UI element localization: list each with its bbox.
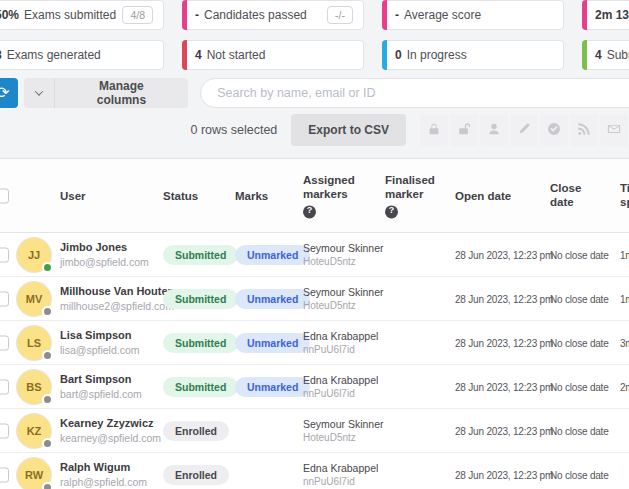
- user-icon: [487, 122, 501, 139]
- lock-action-button[interactable]: [420, 114, 448, 146]
- assigned-markers-cell: Edna KrabappelnnPuU6l7id: [303, 460, 378, 489]
- user-action-button[interactable]: [480, 114, 508, 146]
- lock-icon: [427, 122, 441, 139]
- search-input[interactable]: [200, 78, 629, 108]
- user-cell: Ralph Wigumralph@spfield.com: [60, 459, 147, 489]
- close-date-cell: No close date: [550, 293, 609, 304]
- row-checkbox[interactable]: [0, 423, 9, 438]
- stat-card: 2m 13s: [582, 0, 629, 30]
- user-cell: Bart Simpsonbart@spfield.com: [60, 371, 142, 401]
- stat-value: 4: [595, 48, 602, 62]
- user-cell: Jimbo Jonesjimbo@spfield.com: [60, 239, 149, 269]
- status-badge: Submitted: [163, 245, 238, 265]
- column-header-label: Assigned markers: [303, 173, 367, 203]
- assigned-markers-cell: Edna KrabappelnnPuU6l7id: [303, 372, 378, 401]
- assigned-markers-cell: Seymour SkinnerHoteuD5ntz: [303, 240, 384, 269]
- unlock-action-button[interactable]: [450, 114, 478, 146]
- user-cell: Kearney Zzyzwiczkearney@spfield.com: [60, 415, 161, 445]
- assigned-markers-cell: Seymour SkinnerHoteuD5ntz: [303, 284, 384, 313]
- avatar: RW: [16, 457, 52, 489]
- table-row[interactable]: LSLisa Simpsonlisa@spfield.comSubmittedU…: [0, 321, 629, 365]
- table-row[interactable]: KZKearney Zzyzwiczkearney@spfield.comEnr…: [0, 409, 629, 453]
- bulk-actions-bar: 0 rows selected Export to CSV: [0, 113, 629, 147]
- stat-card: 8Exams generated: [0, 40, 164, 70]
- stat-value: 0: [395, 48, 402, 62]
- row-checkbox[interactable]: [0, 467, 9, 482]
- stat-color-bar: [382, 40, 387, 70]
- table-header-row: UserStatusMarksAssigned markers?Finalise…: [0, 159, 629, 233]
- open-date-cell: 28 Jun 2023, 12:23 pm: [455, 337, 553, 348]
- manage-columns-button[interactable]: Manage columns: [55, 78, 188, 108]
- column-header-time: Time spent: [620, 181, 629, 211]
- user-email: kearney@spfield.com: [60, 431, 161, 446]
- stat-card: 4Submitted: [582, 40, 629, 70]
- offline-status-dot: [42, 482, 53, 489]
- table-row[interactable]: RWRalph Wigumralph@spfield.comEnrolledEd…: [0, 453, 629, 489]
- column-header-status: Status: [163, 188, 198, 203]
- help-icon[interactable]: ?: [385, 205, 398, 218]
- stat-card: -Average score: [382, 0, 564, 30]
- row-checkbox[interactable]: [0, 247, 9, 262]
- marker-id: HoteuD5ntz: [303, 299, 384, 313]
- stat-value: 8: [0, 48, 2, 62]
- chevron-down-icon: [34, 87, 42, 95]
- refresh-button[interactable]: ⟳: [0, 78, 18, 108]
- user-name: Millhouse Van Houten: [60, 283, 174, 298]
- row-checkbox[interactable]: [0, 335, 9, 350]
- user-name: Kearney Zzyzwicz: [60, 415, 161, 430]
- user-name: Lisa Simpson: [60, 327, 140, 342]
- unlock-icon: [457, 122, 471, 139]
- status-badge: Submitted: [163, 377, 238, 397]
- mail-action-button[interactable]: [600, 114, 628, 146]
- column-header-label: Finalised marker: [385, 173, 449, 203]
- column-header-label: Open date: [455, 188, 511, 203]
- table-row[interactable]: JJJimbo Jonesjimbo@spfield.comSubmittedU…: [0, 233, 629, 277]
- stat-label: Exams submitted: [24, 8, 116, 22]
- row-checkbox[interactable]: [0, 379, 9, 394]
- marker-name: Seymour Skinner: [303, 416, 384, 431]
- avatar: JJ: [16, 237, 52, 273]
- stat-label: Average score: [404, 8, 481, 22]
- offline-status-dot: [42, 350, 53, 361]
- open-date-cell: 28 Jun 2023, 12:23 pm: [455, 469, 553, 480]
- table-row[interactable]: BSBart Simpsonbart@spfield.comSubmittedU…: [0, 365, 629, 409]
- column-header-user: User: [60, 188, 86, 203]
- stat-color-bar: [582, 40, 587, 70]
- open-date-cell: 28 Jun 2023, 12:23 pm: [455, 249, 553, 260]
- column-header-assigned: Assigned markers?: [303, 173, 367, 218]
- export-csv-button[interactable]: Export to CSV: [291, 114, 406, 146]
- marker-name: Edna Krabappel: [303, 460, 378, 475]
- assigned-markers-cell: Seymour SkinnerHoteuD5ntz: [303, 416, 384, 445]
- check-circle-action-button[interactable]: [540, 114, 568, 146]
- column-header-label: User: [60, 188, 86, 203]
- offline-status-dot: [42, 394, 53, 405]
- time-spent-cell: 1m: [620, 249, 629, 260]
- stat-value: 4: [195, 48, 202, 62]
- offline-status-dot: [42, 438, 53, 449]
- marks-badge: Unmarked: [235, 289, 310, 309]
- row-checkbox[interactable]: [0, 291, 9, 306]
- pencil-action-button[interactable]: [510, 114, 538, 146]
- stat-card: 4Not started: [182, 40, 364, 70]
- columns-dropdown-button[interactable]: [24, 78, 55, 108]
- status-badge: Enrolled: [163, 465, 229, 485]
- broadcast-action-button[interactable]: [570, 114, 598, 146]
- stat-card: 50%Exams submitted4/8: [0, 0, 164, 30]
- select-all-checkbox[interactable]: [0, 188, 9, 203]
- stat-label: Exams generated: [7, 48, 101, 62]
- broadcast-icon: [577, 122, 591, 139]
- user-email: ralph@spfield.com: [60, 475, 147, 489]
- stat-card: 0In progress: [382, 40, 564, 70]
- close-date-cell: No close date: [550, 469, 609, 480]
- marker-id: HoteuD5ntz: [303, 431, 384, 445]
- user-name: Jimbo Jones: [60, 239, 149, 254]
- table-row[interactable]: MVMillhouse Van Houtenmillhouse2@spfield…: [0, 277, 629, 321]
- pencil-icon: [517, 122, 531, 139]
- stat-badge: -/-: [327, 6, 353, 24]
- help-icon[interactable]: ?: [303, 205, 316, 218]
- marker-id: nnPuU6l7id: [303, 475, 378, 489]
- column-header-label: Marks: [235, 188, 268, 203]
- marker-name: Edna Krabappel: [303, 372, 378, 387]
- marker-id: nnPuU6l7id: [303, 387, 378, 401]
- column-header-label: Close date: [550, 181, 600, 211]
